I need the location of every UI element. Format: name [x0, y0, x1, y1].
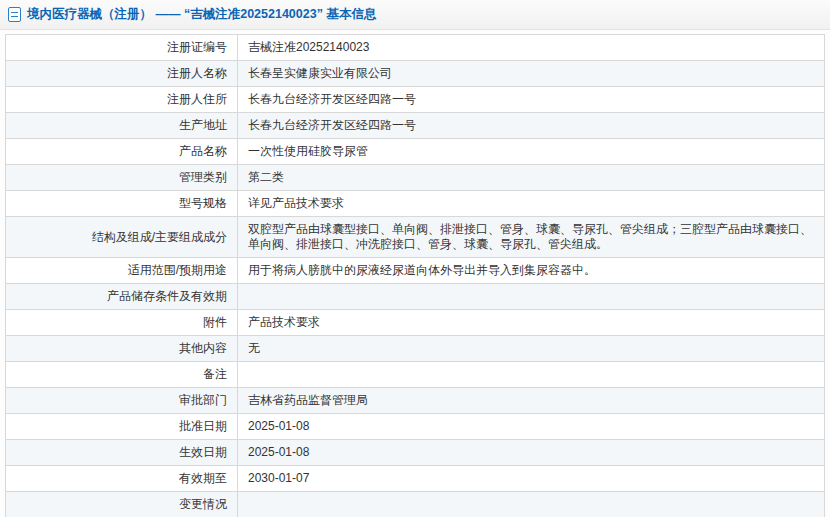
row-label-text: 生产地址: [179, 118, 227, 132]
row-label-text: 批准日期: [179, 419, 227, 433]
row-label: 其他内容: [6, 336, 238, 362]
table-row: 结构及组成/主要组成成分双腔型产品由球囊型接口、单向阀、排泄接口、管身、球囊、导…: [6, 217, 825, 258]
row-value: 2025-01-08: [238, 414, 825, 440]
table-row: 产品储存条件及有效期: [6, 284, 825, 310]
row-label-text: 审批部门: [179, 393, 227, 407]
table-row: 生产地址长春九台经济开发区经四路一号: [6, 113, 825, 139]
row-value: 吉林省药品监督管理局: [238, 388, 825, 414]
row-value: 吉械注准20252140023: [238, 35, 825, 61]
row-label: 结构及组成/主要组成成分: [6, 217, 238, 258]
table-row: 注册证编号吉械注准20252140023: [6, 35, 825, 61]
row-label-text: 适用范围/预期用途: [128, 263, 227, 277]
row-label-text: 其他内容: [179, 341, 227, 355]
row-value: [238, 492, 825, 517]
row-label: 注册证编号: [6, 35, 238, 61]
registration-info-section: 注册证编号吉械注准20252140023注册人名称长春呈实健康实业有限公司注册人…: [0, 30, 830, 517]
table-row: 批准日期2025-01-08: [6, 414, 825, 440]
table-row: 注册人住所长春九台经济开发区经四路一号: [6, 87, 825, 113]
row-label: 产品储存条件及有效期: [6, 284, 238, 310]
info-table-body: 注册证编号吉械注准20252140023注册人名称长春呈实健康实业有限公司注册人…: [6, 35, 825, 517]
row-label: 管理类别: [6, 165, 238, 191]
row-value-text: 用于将病人膀胱中的尿液经尿道向体外导出并导入到集尿容器中。: [248, 263, 596, 277]
row-value: [238, 284, 825, 310]
page-title: 境内医疗器械（注册） —— “吉械注准20252140023” 基本信息: [27, 6, 376, 23]
table-row: 产品名称一次性使用硅胶导尿管: [6, 139, 825, 165]
table-row: 有效期至2030-01-07: [6, 466, 825, 492]
row-value: 无: [238, 336, 825, 362]
row-value: [238, 362, 825, 388]
table-row: 附件产品技术要求: [6, 310, 825, 336]
row-label-text: 附件: [203, 315, 227, 329]
row-value-text: 双腔型产品由球囊型接口、单向阀、排泄接口、管身、球囊、导尿孔、管尖组成；三腔型产…: [248, 222, 812, 251]
table-row: 管理类别第二类: [6, 165, 825, 191]
row-label-text: 型号规格: [179, 196, 227, 210]
row-value-text: 长春九台经济开发区经四路一号: [248, 118, 416, 132]
row-label: 备注: [6, 362, 238, 388]
row-value-text: 吉林省药品监督管理局: [248, 393, 368, 407]
row-label-text: 生效日期: [179, 445, 227, 459]
row-value: 产品技术要求: [238, 310, 825, 336]
row-label: 有效期至: [6, 466, 238, 492]
row-label-text: 有效期至: [179, 471, 227, 485]
table-row: 型号规格详见产品技术要求: [6, 191, 825, 217]
row-value: 第二类: [238, 165, 825, 191]
table-row: 注册人名称长春呈实健康实业有限公司: [6, 61, 825, 87]
row-value-text: 长春呈实健康实业有限公司: [248, 66, 392, 80]
row-label: 注册人住所: [6, 87, 238, 113]
row-value-text: 无: [248, 341, 260, 355]
table-row: 备注: [6, 362, 825, 388]
row-label: 批准日期: [6, 414, 238, 440]
row-label: 变更情况: [6, 492, 238, 517]
row-label: 审批部门: [6, 388, 238, 414]
row-label-text: 注册人住所: [167, 92, 227, 106]
row-value: 一次性使用硅胶导尿管: [238, 139, 825, 165]
row-value-text: 长春九台经济开发区经四路一号: [248, 92, 416, 106]
row-label: 注册人名称: [6, 61, 238, 87]
row-value-text: 一次性使用硅胶导尿管: [248, 144, 368, 158]
row-label: 生产地址: [6, 113, 238, 139]
row-label-text: 管理类别: [179, 170, 227, 184]
table-row: 适用范围/预期用途用于将病人膀胱中的尿液经尿道向体外导出并导入到集尿容器中。: [6, 258, 825, 284]
row-value: 详见产品技术要求: [238, 191, 825, 217]
row-label-text: 注册证编号: [167, 40, 227, 54]
table-row: 其他内容无: [6, 336, 825, 362]
row-label-text: 备注: [203, 367, 227, 381]
row-value: 2025-01-08: [238, 440, 825, 466]
row-value-text: 吉械注准20252140023: [248, 40, 369, 54]
row-label: 产品名称: [6, 139, 238, 165]
table-row: 审批部门吉林省药品监督管理局: [6, 388, 825, 414]
row-value-text: 2025-01-08: [248, 445, 309, 459]
table-row: 变更情况: [6, 492, 825, 517]
row-value-text: 详见产品技术要求: [248, 196, 344, 210]
row-value: 用于将病人膀胱中的尿液经尿道向体外导出并导入到集尿容器中。: [238, 258, 825, 284]
page-header: 境内医疗器械（注册） —— “吉械注准20252140023” 基本信息: [0, 0, 830, 30]
row-value-text: 产品技术要求: [248, 315, 320, 329]
row-label-text: 结构及组成/主要组成成分: [92, 230, 227, 244]
row-label-text: 产品储存条件及有效期: [107, 289, 227, 303]
row-label-text: 产品名称: [179, 144, 227, 158]
info-table: 注册证编号吉械注准20252140023注册人名称长春呈实健康实业有限公司注册人…: [5, 34, 825, 517]
row-value-text: 2025-01-08: [248, 419, 309, 433]
table-row: 生效日期2025-01-08: [6, 440, 825, 466]
row-label: 适用范围/预期用途: [6, 258, 238, 284]
row-value-text: 2030-01-07: [248, 471, 309, 485]
row-value: 双腔型产品由球囊型接口、单向阀、排泄接口、管身、球囊、导尿孔、管尖组成；三腔型产…: [238, 217, 825, 258]
row-value: 长春九台经济开发区经四路一号: [238, 113, 825, 139]
row-label-text: 注册人名称: [167, 66, 227, 80]
row-value: 长春九台经济开发区经四路一号: [238, 87, 825, 113]
row-value-text: 第二类: [248, 170, 284, 184]
row-label: 型号规格: [6, 191, 238, 217]
document-icon: [8, 7, 21, 22]
row-value: 2030-01-07: [238, 466, 825, 492]
row-label: 附件: [6, 310, 238, 336]
row-label: 生效日期: [6, 440, 238, 466]
row-value: 长春呈实健康实业有限公司: [238, 61, 825, 87]
row-label-text: 变更情况: [179, 497, 227, 511]
